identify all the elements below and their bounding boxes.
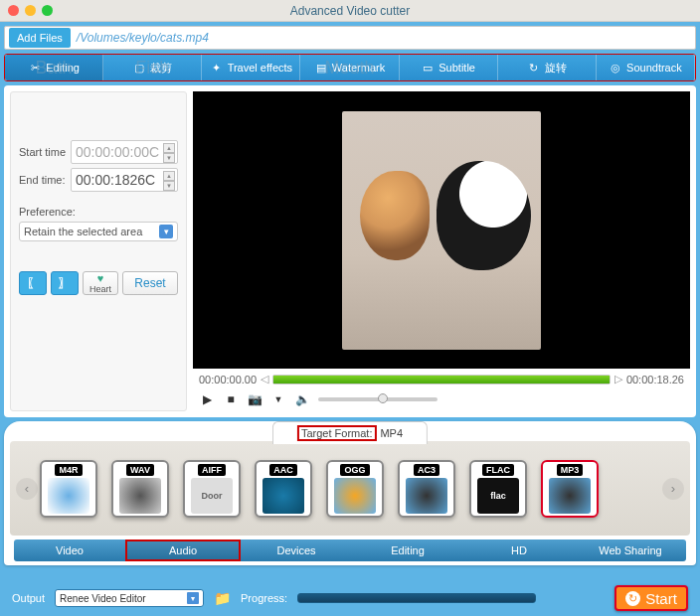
heart-button[interactable]: ♥ Heart: [83, 271, 118, 295]
chevron-down-icon: ▾: [187, 592, 199, 604]
timeline: 00:00:00.00 ◁ ▷ 00:00:18.26: [199, 373, 684, 385]
wave-icon: [262, 478, 304, 514]
progress-label: Progress:: [241, 592, 287, 604]
volume-slider[interactable]: [318, 397, 438, 401]
flac-icon: flac: [477, 478, 519, 514]
tab-subtitle[interactable]: ▭ Subtitle: [400, 55, 498, 80]
category-hd[interactable]: HD: [463, 539, 575, 561]
start-button[interactable]: ↻ Start: [614, 585, 688, 611]
tab-label: 裁剪: [150, 61, 172, 76]
video-area: 00:00:00.00 ◁ ▷ 00:00:18.26 ▶ ■ 📷 ▼ 🔈: [193, 91, 690, 411]
titlebar: Advanced Video cutter: [0, 0, 700, 22]
category-video[interactable]: Video: [14, 539, 125, 561]
format-ogg[interactable]: OGG: [326, 460, 384, 518]
mark-out-button[interactable]: 〗: [51, 271, 79, 295]
speaker-icon: [406, 478, 447, 514]
browse-folder-button[interactable]: 📁: [214, 590, 231, 606]
end-time-label: End time:: [19, 174, 71, 186]
category-devices[interactable]: Devices: [241, 539, 352, 561]
format-category-tabs: Video Audio Devices Editing HD Web Shari…: [14, 539, 686, 561]
in-handle-icon[interactable]: ◁: [261, 373, 268, 385]
tab-label: Editing: [46, 62, 80, 74]
tab-editing[interactable]: Bath ✂ Editing: [5, 55, 103, 80]
trim-panel: Start time 00:00:00:00C ▲▼ End time: 00:…: [10, 91, 187, 411]
stop-button[interactable]: ■: [223, 391, 239, 407]
format-aac[interactable]: AAC: [255, 460, 312, 518]
current-file-path: /Volumes/keylo/cats.mp4: [77, 31, 209, 45]
format-aiff[interactable]: AIFF Door: [183, 460, 241, 518]
window-title: Advanced Video cutter: [0, 4, 700, 18]
formats-prev-button[interactable]: ‹: [16, 478, 38, 500]
video-preview[interactable]: [193, 91, 690, 369]
seek-track[interactable]: [272, 375, 611, 385]
category-websharing[interactable]: Web Sharing: [575, 539, 686, 561]
scissors-icon: ✂: [28, 61, 42, 75]
tab-soundtrack[interactable]: ◎ Soundtrack: [597, 55, 695, 80]
video-frame-image: [342, 111, 541, 350]
work-area: Start time 00:00:00:00C ▲▼ End time: 00:…: [4, 85, 696, 417]
tab-watermark[interactable]: Mouth ▤ Watermark: [300, 55, 399, 80]
duration-time: 00:00:18.26: [626, 374, 684, 385]
reset-button[interactable]: Reset: [122, 271, 178, 295]
effects-icon: ✦: [210, 61, 224, 75]
add-files-button[interactable]: Add Files: [9, 28, 71, 48]
tab-label: Watermark: [332, 62, 385, 74]
formats-next-button[interactable]: ›: [662, 478, 684, 500]
target-format-label: Target Format:: [297, 425, 377, 441]
start-time-input[interactable]: 00:00:00:00C ▲▼: [71, 140, 178, 164]
tab-label: Subtitle: [438, 62, 475, 74]
bottom-bar: Output Renee Video Editor ▾ 📁 Progress: …: [4, 583, 696, 613]
snapshot-menu-icon[interactable]: ▼: [270, 391, 286, 407]
end-time-input[interactable]: 00:00:1826C ▲▼: [71, 168, 178, 192]
format-wav[interactable]: WAV: [111, 460, 169, 518]
watermark-icon: ▤: [314, 61, 328, 75]
format-flac[interactable]: FLAC flac: [469, 460, 527, 518]
format-shelf: ‹ M4R WAV AIFF Door AAC OGG AC3 FLAC fla…: [10, 441, 690, 536]
format-mp3[interactable]: MP3: [541, 460, 599, 518]
preference-select[interactable]: Retain the selected area ▾: [19, 222, 178, 241]
fish-icon: [334, 478, 376, 514]
snapshot-button[interactable]: 📷: [247, 391, 262, 407]
category-audio[interactable]: Audio: [125, 539, 241, 561]
door-icon: Door: [191, 478, 233, 514]
start-time-label: Start time: [19, 146, 71, 158]
progress-bar: [297, 593, 536, 603]
out-handle-icon[interactable]: ▷: [614, 373, 622, 385]
file-toolbar: Add Files /Volumes/keylo/cats.mp4: [4, 26, 696, 50]
category-editing[interactable]: Editing: [352, 539, 463, 561]
soundtrack-icon: ◎: [609, 61, 622, 75]
target-format-tab[interactable]: Target Format: MP4: [272, 421, 428, 444]
headphones-icon: [119, 478, 161, 514]
subtitle-icon: ▭: [421, 61, 435, 75]
preference-label: Preference:: [19, 206, 178, 218]
mark-in-button[interactable]: 〖: [19, 271, 47, 295]
start-time-stepper[interactable]: ▲▼: [163, 143, 175, 161]
tab-crop[interactable]: Fish ▢ 裁剪: [103, 55, 202, 80]
format-ac3[interactable]: AC3: [398, 460, 455, 518]
format-bar: Target Format: MP4 ‹ M4R WAV AIFF Door A…: [4, 421, 696, 565]
output-label: Output: [12, 592, 45, 604]
tab-label: Travel effects: [228, 62, 292, 74]
playhead-time: 00:00:00.00: [199, 374, 257, 385]
crop-icon: ▢: [132, 61, 146, 75]
heart-icon: ♥: [97, 272, 104, 284]
end-time-stepper[interactable]: ▲▼: [163, 171, 175, 189]
rotate-icon: ↻: [527, 61, 541, 75]
tab-effects[interactable]: ✦ Travel effects: [202, 55, 300, 80]
phone-icon: [48, 478, 89, 514]
volume-icon[interactable]: 🔈: [294, 391, 310, 407]
editor-tabbar: Bath ✂ Editing Fish ▢ 裁剪 ✦ Travel effect…: [4, 54, 696, 81]
tab-rotate[interactable]: ↻ 旋转: [498, 55, 597, 80]
tab-label: Soundtrack: [626, 62, 682, 74]
output-select[interactable]: Renee Video Editor ▾: [55, 589, 204, 607]
start-icon: ↻: [625, 591, 640, 606]
chevron-down-icon: ▾: [159, 225, 173, 238]
format-m4r[interactable]: M4R: [40, 460, 97, 518]
tab-label: 旋转: [545, 61, 567, 76]
target-format-value: MP4: [380, 427, 403, 439]
speaker-icon: [549, 478, 591, 514]
play-button[interactable]: ▶: [199, 391, 215, 407]
